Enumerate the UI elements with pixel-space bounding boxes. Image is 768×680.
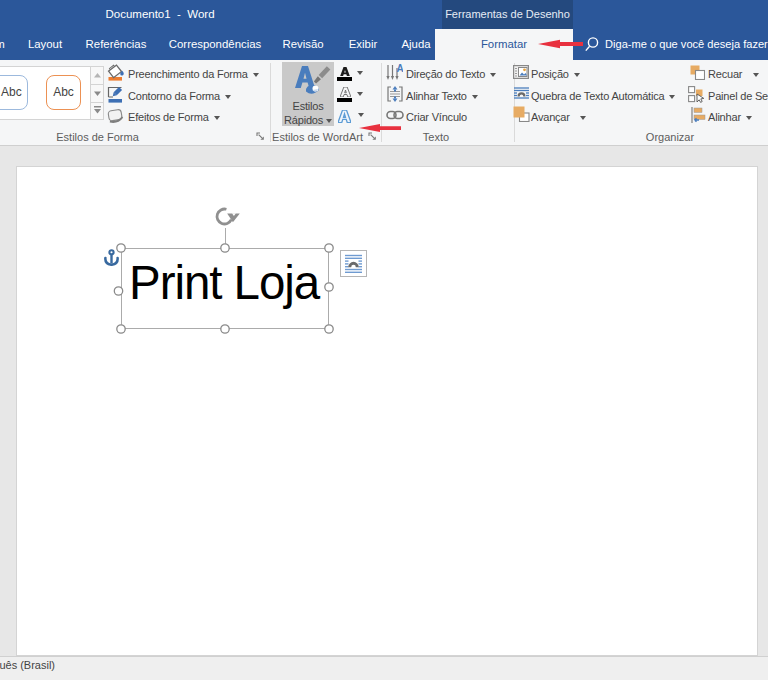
svg-text:A: A [396, 64, 403, 74]
